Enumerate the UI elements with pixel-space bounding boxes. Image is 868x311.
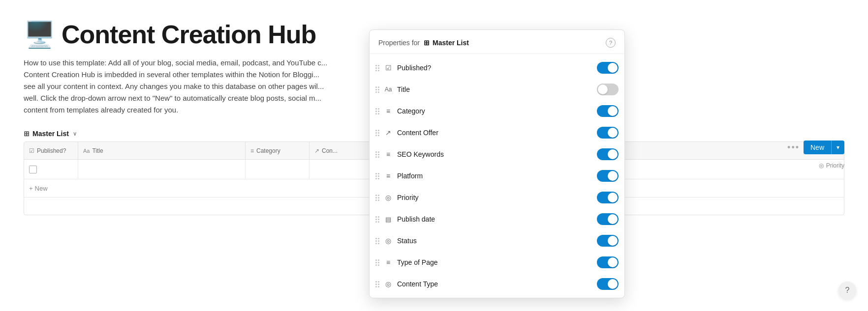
published-header-icon: ☑ — [29, 147, 34, 154]
help-icon: ? — [845, 286, 850, 295]
property-icon-published: ☑ — [383, 64, 393, 72]
property-row-published[interactable]: ☑ Published? — [370, 57, 624, 79]
drag-handle-content-type[interactable] — [373, 281, 381, 287]
panel-title: Properties for ⊞ Master List — [378, 39, 469, 47]
content-offer-header-label: Con... — [322, 147, 338, 154]
cell-category[interactable] — [246, 160, 310, 179]
database-title[interactable]: ⊞ Master List ∨ — [24, 130, 77, 138]
panel-help-icon: ? — [609, 40, 612, 46]
toggle-category[interactable] — [597, 105, 619, 117]
page-title: Content Creation Hub — [62, 20, 316, 49]
content-offer-header-icon: ↗ — [314, 147, 319, 154]
database-icon: ⊞ — [24, 130, 30, 138]
drag-handle-content-offer[interactable] — [373, 130, 381, 136]
property-row-title[interactable]: Aa Title — [370, 79, 624, 100]
toolbar: ••• New ▾ — [787, 141, 844, 154]
toggle-content-type[interactable] — [597, 278, 619, 290]
cell-published[interactable] — [24, 160, 78, 179]
toggle-knob-title — [598, 85, 608, 94]
property-icon-platform: ≡ — [383, 172, 393, 180]
drag-handle-type-of-page[interactable] — [373, 259, 381, 266]
drag-handle-platform[interactable] — [373, 173, 381, 179]
properties-panel: Properties for ⊞ Master List ? ☑ Publish… — [369, 29, 625, 298]
toggle-content-offer[interactable] — [597, 127, 619, 139]
property-row-type-of-page[interactable]: ≡ Type of Page — [370, 252, 624, 273]
toggle-platform[interactable] — [597, 170, 619, 182]
toggle-knob-status — [608, 236, 618, 246]
toggle-title[interactable] — [597, 84, 619, 95]
panel-header: Properties for ⊞ Master List ? — [370, 30, 624, 54]
property-row-content-type[interactable]: ◎ Content Type — [370, 273, 624, 295]
drag-handle-published[interactable] — [373, 65, 381, 71]
drag-handle-seo-keywords[interactable] — [373, 151, 381, 158]
drag-handle-title[interactable] — [373, 86, 381, 93]
category-header-icon: ≡ — [250, 147, 254, 154]
help-button[interactable]: ? — [838, 282, 856, 299]
header-category[interactable]: ≡ Category — [246, 142, 310, 159]
property-icon-status: ◎ — [383, 237, 393, 245]
toggle-seo-keywords[interactable] — [597, 148, 619, 160]
property-icon-content-type: ◎ — [383, 280, 393, 288]
priority-column-header: ◎ Priority — [819, 162, 844, 169]
property-icon-priority: ◎ — [383, 194, 393, 201]
toggle-knob-content-type — [608, 279, 618, 289]
title-header-label: Title — [92, 147, 103, 154]
toggle-knob-publish-date — [608, 214, 618, 224]
drag-handle-publish-date[interactable] — [373, 216, 381, 223]
toggle-knob-published — [608, 63, 618, 73]
more-options-icon[interactable]: ••• — [787, 142, 800, 153]
property-name-publish-date: Publish date — [395, 215, 595, 223]
property-icon-seo-keywords: ≡ — [383, 150, 393, 158]
toggle-status[interactable] — [597, 235, 619, 247]
toggle-published[interactable] — [597, 62, 619, 74]
property-name-platform: Platform — [395, 172, 595, 180]
toggle-type-of-page[interactable] — [597, 256, 619, 268]
drag-handle-category[interactable] — [373, 108, 381, 114]
header-published[interactable]: ☑ Published? — [24, 142, 78, 159]
property-icon-publish-date: ▤ — [383, 216, 393, 223]
property-name-title: Title — [395, 85, 595, 93]
property-name-content-offer: Content Offer — [395, 129, 595, 137]
cell-content-offer[interactable] — [310, 160, 378, 179]
panel-db-name: Master List — [433, 39, 469, 47]
toggle-knob-seo-keywords — [608, 149, 618, 159]
page-emoji: 🖥️ — [24, 22, 56, 47]
drag-handle-status[interactable] — [373, 238, 381, 244]
page-description: How to use this template: Add all of you… — [24, 57, 398, 116]
cell-title[interactable] — [78, 160, 246, 179]
toggle-knob-priority — [608, 193, 618, 202]
panel-db-icon: ⊞ — [424, 39, 430, 47]
property-row-seo-keywords[interactable]: ≡ SEO Keywords — [370, 143, 624, 165]
drag-handle-priority[interactable] — [373, 195, 381, 201]
new-button-dropdown[interactable]: ▾ — [832, 141, 844, 154]
property-icon-category: ≡ — [383, 107, 393, 115]
property-row-publish-date[interactable]: ▤ Publish date — [370, 208, 624, 230]
header-content-offer[interactable]: ↗ Con... — [310, 142, 378, 159]
published-header-label: Published? — [37, 147, 66, 154]
property-row-platform[interactable]: ≡ Platform — [370, 165, 624, 187]
chevron-down-icon: ∨ — [73, 131, 77, 137]
new-button[interactable]: New ▾ — [804, 141, 844, 154]
toggle-knob-content-offer — [608, 128, 618, 138]
panel-title-prefix: Properties for — [378, 39, 420, 47]
header-title[interactable]: Aa Title — [78, 142, 246, 159]
category-header-label: Category — [256, 147, 280, 154]
property-row-category[interactable]: ≡ Category — [370, 100, 624, 122]
property-name-seo-keywords: SEO Keywords — [395, 150, 595, 158]
property-row-content-offer[interactable]: ↗ Content Offer — [370, 122, 624, 143]
checkbox[interactable] — [29, 166, 37, 173]
priority-icon: ◎ — [819, 162, 824, 169]
title-header-icon: Aa — [83, 148, 90, 154]
property-name-type-of-page: Type of Page — [395, 258, 595, 266]
priority-label-text: Priority — [826, 162, 844, 169]
new-button-label[interactable]: New — [804, 141, 832, 154]
toggle-publish-date[interactable] — [597, 213, 619, 225]
database-name: Master List — [32, 130, 69, 138]
property-row-priority[interactable]: ◎ Priority — [370, 187, 624, 208]
property-name-status: Status — [395, 237, 595, 245]
toggle-priority[interactable] — [597, 192, 619, 203]
property-name-content-type: Content Type — [395, 280, 595, 288]
property-row-status[interactable]: ◎ Status — [370, 230, 624, 252]
panel-help-button[interactable]: ? — [606, 38, 616, 48]
panel-properties-list: ☑ Published? Aa Title — [370, 54, 624, 298]
